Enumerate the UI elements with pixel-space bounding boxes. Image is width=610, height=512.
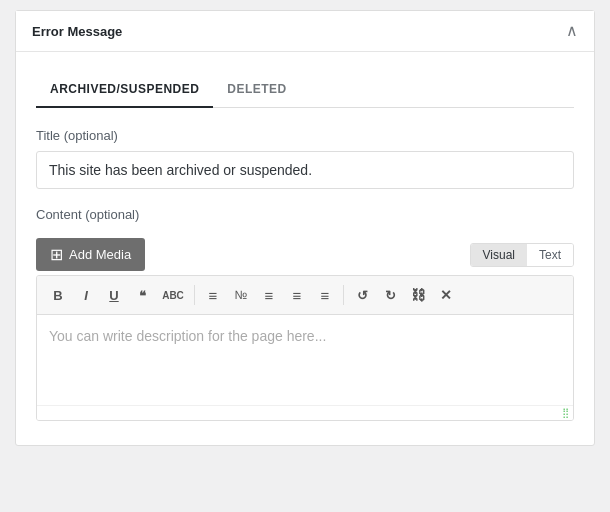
bold-button[interactable]: B (45, 282, 71, 308)
editor-resize-handle[interactable]: ⣿ (37, 405, 573, 420)
add-media-label: Add Media (69, 247, 131, 262)
fullscreen-button[interactable]: ✕ (433, 282, 459, 308)
panel-title: Error Message (32, 24, 122, 39)
editor-placeholder: You can write description for the page h… (49, 328, 326, 344)
view-toggle: Visual Text (470, 243, 574, 267)
text-view-button[interactable]: Text (527, 244, 573, 266)
tab-archived-suspended[interactable]: ARCHIVED/SUSPENDED (36, 72, 213, 108)
collapse-icon[interactable]: ∧ (566, 23, 578, 39)
editor-toolbar: B I U ❝ ABC ≡ № ≡ ≡ ≡ ↺ ↻ ⛓ ✕ (37, 276, 573, 315)
toolbar-separator-1 (194, 285, 195, 305)
content-label-row: Content (optional) (36, 207, 574, 230)
toolbar-separator-2 (343, 285, 344, 305)
editor-container: B I U ❝ ABC ≡ № ≡ ≡ ≡ ↺ ↻ ⛓ ✕ You can wr… (36, 275, 574, 421)
panel-body: ARCHIVED/SUSPENDED DELETED Title (option… (16, 52, 594, 445)
panel-header: Error Message ∧ (16, 11, 594, 52)
align-right-button[interactable]: ≡ (312, 282, 338, 308)
editor-header-row: ⊞ Add Media Visual Text (36, 238, 574, 271)
title-input[interactable] (36, 151, 574, 189)
tab-deleted[interactable]: DELETED (213, 72, 300, 108)
title-label: Title (optional) (36, 128, 574, 143)
link-button[interactable]: ⛓ (405, 282, 431, 308)
add-media-button[interactable]: ⊞ Add Media (36, 238, 145, 271)
unordered-list-button[interactable]: ≡ (200, 282, 226, 308)
ordered-list-button[interactable]: № (228, 282, 254, 308)
add-media-icon: ⊞ (50, 245, 63, 264)
blockquote-button[interactable]: ❝ (129, 282, 155, 308)
undo-button[interactable]: ↺ (349, 282, 375, 308)
content-label: Content (optional) (36, 207, 139, 222)
italic-button[interactable]: I (73, 282, 99, 308)
tab-bar: ARCHIVED/SUSPENDED DELETED (36, 72, 574, 108)
error-message-panel: Error Message ∧ ARCHIVED/SUSPENDED DELET… (15, 10, 595, 446)
align-center-button[interactable]: ≡ (284, 282, 310, 308)
visual-view-button[interactable]: Visual (471, 244, 527, 266)
abc-button[interactable]: ABC (157, 282, 189, 308)
underline-button[interactable]: U (101, 282, 127, 308)
align-left-button[interactable]: ≡ (256, 282, 282, 308)
redo-button[interactable]: ↻ (377, 282, 403, 308)
resize-icon: ⣿ (562, 408, 569, 418)
editor-body[interactable]: You can write description for the page h… (37, 315, 573, 405)
